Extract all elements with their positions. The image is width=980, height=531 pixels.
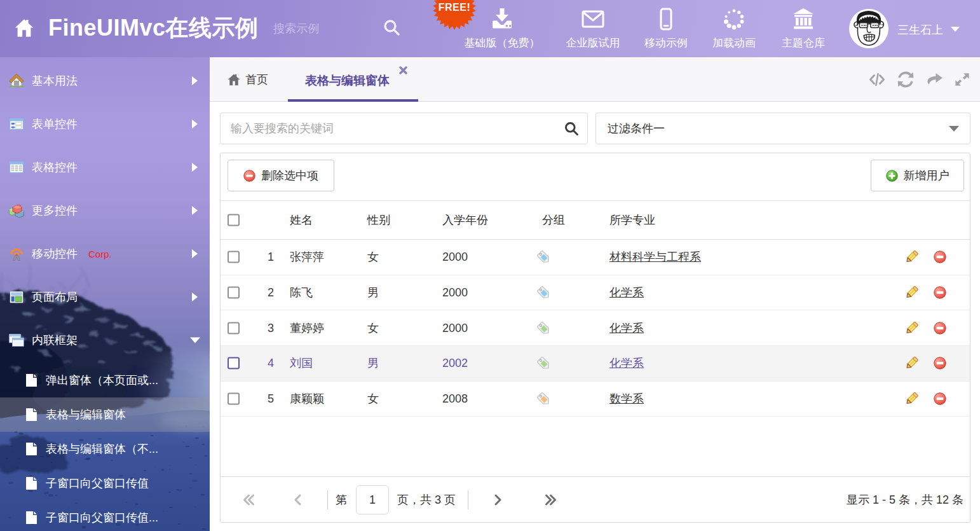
- filter-dropdown[interactable]: 过滤条件一: [595, 113, 970, 144]
- shapes-icon: [9, 203, 24, 218]
- tab-active-label: 表格与编辑窗体: [305, 72, 390, 89]
- tab-bar: 首页 表格与编辑窗体: [210, 57, 980, 102]
- edit-pencil-icon[interactable]: [904, 250, 919, 264]
- row-checkbox[interactable]: [228, 393, 240, 405]
- select-all-checkbox[interactable]: [228, 214, 240, 226]
- cell-name: 董婷婷: [290, 321, 324, 336]
- tab-home[interactable]: 首页: [227, 57, 268, 102]
- home-tab-icon: [227, 72, 241, 86]
- delete-row-icon[interactable]: [934, 322, 946, 334]
- submenu-item-grid-edit-window[interactable]: 表格与编辑窗体: [0, 397, 210, 432]
- table-row[interactable]: 5 康颖颖 女 2008 数学系: [221, 382, 970, 417]
- column-header-gender[interactable]: 性别: [367, 212, 390, 228]
- envelope-icon: [580, 6, 606, 32]
- sidebar-item-label: 移动控件: [32, 246, 78, 261]
- cell-major: 材料科学与工程系: [609, 249, 701, 265]
- add-user-button[interactable]: 新增用户: [871, 160, 964, 191]
- last-page-icon[interactable]: [543, 492, 559, 507]
- tabbar-tools: [869, 57, 980, 102]
- row-number: 1: [246, 251, 274, 264]
- file-icon: [25, 408, 37, 422]
- tag-icon: [536, 356, 550, 370]
- column-header-major[interactable]: 所学专业: [609, 212, 655, 228]
- submenu-item-grid-edit-window-2[interactable]: 表格与编辑窗体（不...: [0, 432, 210, 466]
- pager-page-suffix: 页，共 3 页: [397, 492, 456, 507]
- table-row[interactable]: 2 陈飞 男 2000 化学系: [221, 275, 970, 311]
- major-link[interactable]: 化学系: [609, 322, 644, 334]
- source-code-icon[interactable]: [869, 71, 885, 88]
- tag-icon: [536, 286, 550, 300]
- caret-down-icon: [190, 338, 200, 343]
- prev-page-icon[interactable]: [290, 492, 306, 507]
- sidebar-item-form-controls[interactable]: 表单控件: [0, 102, 210, 146]
- sidebar-item-mobile-controls[interactable]: 移动控件Corp.: [0, 232, 210, 275]
- sidebar-item-more-controls[interactable]: 更多控件: [0, 189, 210, 232]
- major-link[interactable]: 数学系: [609, 392, 644, 405]
- share-icon[interactable]: [926, 71, 943, 88]
- tab-grid-edit-window[interactable]: 表格与编辑窗体: [288, 57, 418, 102]
- username[interactable]: 三生石上: [897, 22, 943, 38]
- submenu-item-child-to-parent[interactable]: 子窗口向父窗口传值: [0, 466, 210, 500]
- tab-close-icon[interactable]: [399, 66, 407, 74]
- delete-row-icon[interactable]: [934, 357, 946, 369]
- caret-right-icon: [192, 163, 198, 172]
- user-caret-down-icon[interactable]: [951, 27, 960, 32]
- sidebar-item-grid-controls[interactable]: 表格控件: [0, 146, 210, 189]
- column-header-name[interactable]: 姓名: [290, 212, 313, 228]
- spinner-icon: [721, 6, 747, 32]
- major-link[interactable]: 化学系: [609, 357, 644, 369]
- cell-gender: 女: [367, 391, 379, 406]
- tag-icon: [536, 392, 550, 406]
- row-checkbox[interactable]: [228, 287, 240, 299]
- row-checkbox[interactable]: [228, 357, 240, 369]
- form-icon: [9, 116, 24, 132]
- header-search-input[interactable]: [273, 18, 375, 39]
- delete-row-icon[interactable]: [934, 286, 946, 299]
- header-search-icon[interactable]: [383, 18, 400, 36]
- major-link[interactable]: 材料科学与工程系: [609, 251, 701, 263]
- table-row[interactable]: 3 董婷婷 女 2000 化学系: [221, 310, 970, 346]
- page-number-input[interactable]: [356, 485, 389, 514]
- home-icon[interactable]: [13, 17, 35, 39]
- grid-toolbar: 删除选中项 新增用户: [221, 153, 970, 201]
- dropdown-caret-icon: [949, 126, 959, 132]
- sidebar-item-iframe[interactable]: 内联框架: [0, 319, 210, 362]
- file-icon: [25, 511, 37, 525]
- column-header-year[interactable]: 入学年份: [442, 212, 488, 228]
- sidebar-item-label: 基本用法: [32, 73, 78, 88]
- major-link[interactable]: 化学系: [609, 286, 644, 299]
- edit-pencil-icon[interactable]: [904, 321, 919, 335]
- cell-gender: 女: [367, 321, 379, 336]
- delete-row-icon[interactable]: [934, 251, 946, 263]
- user-avatar[interactable]: [849, 9, 888, 48]
- submenu-item-label: 弹出窗体（本页面或...: [46, 373, 158, 388]
- row-checkbox[interactable]: [228, 251, 240, 263]
- keyword-search-icon[interactable]: [564, 121, 579, 136]
- row-checkbox[interactable]: [228, 322, 240, 334]
- delete-row-icon[interactable]: [934, 392, 946, 405]
- keyword-search-input[interactable]: [220, 113, 588, 144]
- cell-major: 化学系: [609, 355, 644, 371]
- sidebar-item-label: 页面布局: [32, 289, 78, 305]
- submenu-item-child-to-parent-2[interactable]: 子窗口向父窗口传值...: [0, 500, 210, 531]
- sidebar-item-page-layout[interactable]: 页面布局: [0, 275, 210, 319]
- edit-pencil-icon[interactable]: [904, 286, 919, 300]
- delete-selected-button[interactable]: 删除选中项: [228, 160, 334, 191]
- edit-pencil-icon[interactable]: [904, 356, 919, 370]
- submenu-item-popup-window[interactable]: 弹出窗体（本页面或...: [0, 363, 210, 397]
- cell-major: 数学系: [609, 391, 644, 406]
- refresh-icon[interactable]: [897, 71, 914, 88]
- row-number: 4: [246, 357, 274, 370]
- table-row[interactable]: 4 刘国 男 2002 化学系: [221, 346, 970, 382]
- tag-icon: [536, 321, 550, 335]
- cell-year: 2000: [442, 286, 468, 300]
- row-number: 2: [246, 286, 274, 300]
- edit-pencil-icon[interactable]: [904, 392, 919, 406]
- quicklink-theme-repo[interactable]: 主题仓库: [782, 0, 825, 57]
- expand-icon[interactable]: [955, 72, 970, 87]
- next-page-icon[interactable]: [490, 492, 505, 507]
- first-page-icon[interactable]: [241, 492, 256, 507]
- column-header-group[interactable]: 分组: [542, 212, 565, 228]
- sidebar-item-basic-usage[interactable]: 基本用法: [0, 59, 210, 102]
- table-row[interactable]: 1 张萍萍 女 2000 材料科学与工程系: [221, 240, 970, 275]
